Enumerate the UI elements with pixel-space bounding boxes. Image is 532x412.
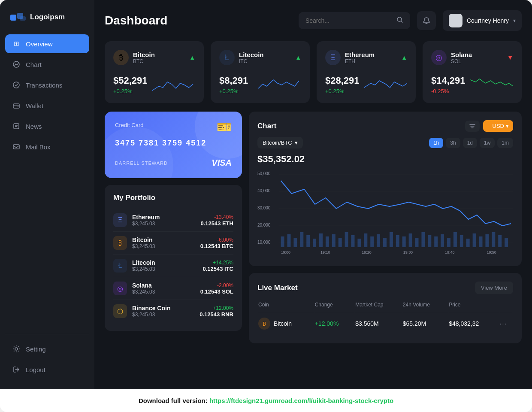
sidebar-item-setting[interactable]: Setting (5, 339, 89, 358)
search-input[interactable] (305, 17, 392, 24)
svg-rect-25 (306, 235, 310, 247)
sidebar-item-label: Overview (26, 40, 53, 48)
card-label: Credit Card (115, 122, 232, 128)
portfolio-sol-change: -2.00% (200, 282, 233, 288)
portfolio-item-eth[interactable]: Ξ Ethereum $3,245.03 -13.40% 0.12543 ETH (113, 209, 233, 232)
mailbox-icon (12, 142, 21, 151)
ltc-trend-icon: ▲ (295, 54, 301, 61)
ltc-symbol: ITC (239, 58, 264, 64)
ltc-name: Litecoin (239, 51, 264, 58)
sidebar-item-transactions[interactable]: Transactions (5, 76, 89, 94)
svg-rect-41 (409, 233, 412, 247)
svg-rect-46 (441, 234, 444, 247)
sidebar-item-overview[interactable]: ⊞ Overview (5, 34, 89, 53)
col-coin: Coin (258, 302, 314, 312)
crypto-card-eth[interactable]: Ξ Ethereum ETH ▲ $28,291 +0.25% (317, 41, 416, 103)
right-col: Chart $ USD ▾ (249, 112, 522, 343)
btc-trend-icon: ▲ (189, 54, 195, 61)
currency-select[interactable]: $ USD ▾ (483, 120, 513, 132)
main-chart: 50,000 40,000 30,000 20,000 10,000 (257, 170, 513, 256)
coin-selector[interactable]: Bitcoin/BTC ▾ (257, 137, 303, 148)
btc-change: +0.25% (113, 88, 148, 94)
portfolio-eth-value: $3,245.03 (132, 221, 195, 227)
time-tab-1d[interactable]: 1d (463, 138, 477, 148)
crypto-card-ltc[interactable]: Ł Litecoin ITC ▲ $8,291 +0.25% (211, 41, 310, 103)
user-area[interactable]: Courtney Henry ▾ (443, 10, 522, 31)
svg-text:19:00: 19:00 (281, 250, 290, 254)
table-row[interactable]: ₿ Bitcoin +12.00% $3.560M $65.20M $48,03… (258, 313, 512, 334)
sidebar-bottom: Setting Logout (5, 334, 89, 381)
portfolio-item-sol[interactable]: ◎ Solana $3,245.03 -2.00% 0.12543 SOL (113, 277, 233, 300)
overview-icon: ⊞ (12, 39, 21, 48)
credit-card: Credit Card 🎫 3475 7381 3759 4512 DARREL… (105, 112, 242, 178)
sol-trend-icon: ▼ (507, 54, 513, 61)
chart-icon (12, 60, 21, 69)
svg-rect-5 (13, 104, 19, 108)
live-market-section: Live Market View More Coin Change Martke… (249, 273, 522, 343)
logo-icon (10, 13, 26, 21)
sidebar-item-chart[interactable]: Chart (5, 55, 89, 74)
portfolio-item-btc[interactable]: ₿ Bitcoin $3,245.03 -6.00% 0.12543 BTC (113, 232, 233, 254)
svg-rect-34 (364, 233, 367, 247)
portfolio-eth-name: Ethereum (132, 214, 195, 221)
portfolio-item-bnb[interactable]: ⬡ Binance Coin $3,245.03 +12.00% 0.12543… (113, 300, 233, 322)
time-tab-1m[interactable]: 1m (497, 138, 513, 148)
ltc-icon: Ł (219, 50, 235, 65)
portfolio-eth-change: -13.40% (200, 214, 233, 220)
lm-btc-price: $48,032,32 (449, 313, 499, 334)
ltc-price: $8,291 (219, 75, 248, 86)
eth-symbol: ETH (345, 58, 375, 64)
filter-button[interactable] (465, 121, 480, 132)
sidebar-item-label: Transactions (26, 82, 62, 89)
portfolio-item-ltc[interactable]: Ł Litecoin $3,245.03 +14.25% 0.12543 ITC (113, 254, 233, 277)
avatar (449, 14, 462, 27)
ltc-change: +0.25% (219, 88, 248, 94)
portfolio-sol-name: Solana (132, 282, 195, 289)
notification-button[interactable] (417, 11, 436, 30)
sol-price: $14,291 (431, 75, 466, 86)
svg-text:19:30: 19:30 (403, 250, 413, 254)
svg-rect-23 (293, 238, 297, 247)
crypto-card-btc[interactable]: ₿ Bitcoin BTC ▲ $52,291 +0.25% (105, 41, 204, 103)
portfolio-btc-change: -6.00% (200, 237, 233, 243)
portfolio-bnb-value: $3,245.03 (132, 312, 194, 318)
svg-text:50,000: 50,000 (257, 171, 271, 176)
search-box[interactable] (299, 12, 410, 29)
svg-rect-2 (20, 16, 26, 21)
card-holder: DARRELL STEWARD (115, 161, 168, 166)
svg-text:10,000: 10,000 (257, 240, 271, 245)
lm-btc-change: +12.00% (315, 320, 339, 327)
main-nav: ⊞ Overview Chart Transactions (5, 34, 89, 158)
svg-rect-8 (13, 145, 19, 149)
svg-rect-30 (339, 238, 342, 247)
time-tab-1w[interactable]: 1w (480, 138, 495, 148)
svg-text:19:40: 19:40 (445, 250, 454, 254)
live-market-title: Live Market (257, 284, 298, 292)
chevron-down-icon: ▾ (513, 18, 516, 24)
portfolio-btc-value: $3,245.03 (132, 243, 195, 249)
col-change: Change (315, 302, 355, 312)
sidebar-item-logout[interactable]: Logout (5, 360, 89, 379)
btc-symbol: BTC (133, 58, 155, 64)
sidebar-item-news[interactable]: News (5, 117, 89, 136)
btc-price: $52,291 (113, 75, 148, 86)
svg-point-9 (15, 348, 18, 350)
svg-text:20,000: 20,000 (257, 223, 271, 227)
svg-rect-39 (396, 235, 399, 247)
sidebar-item-mailbox[interactable]: Mail Box (5, 137, 89, 156)
sidebar-item-wallet[interactable]: Wallet (5, 96, 89, 115)
download-link[interactable]: https://ftdesign21.gumroad.com/l/uikit-b… (209, 397, 393, 404)
sidebar-item-label: Setting (26, 345, 46, 353)
crypto-card-sol[interactable]: ◎ Solana SOL ▼ $14,291 -0.25% (423, 41, 522, 103)
download-footer: Download full version: https://ftdesign2… (0, 389, 532, 412)
portfolio-bnb-change: +12.00% (200, 305, 233, 311)
svg-rect-21 (281, 236, 284, 247)
row-more-icon[interactable]: ··· (500, 320, 508, 327)
view-more-button[interactable]: View More (475, 282, 513, 294)
crypto-cards-grid: ₿ Bitcoin BTC ▲ $52,291 +0.25% (105, 41, 522, 103)
time-tab-3h[interactable]: 3h (446, 138, 460, 148)
time-tab-1h[interactable]: 1h (429, 138, 443, 148)
svg-rect-44 (428, 235, 431, 247)
chart-controls: $ USD ▾ (465, 120, 513, 132)
svg-rect-49 (460, 235, 463, 247)
